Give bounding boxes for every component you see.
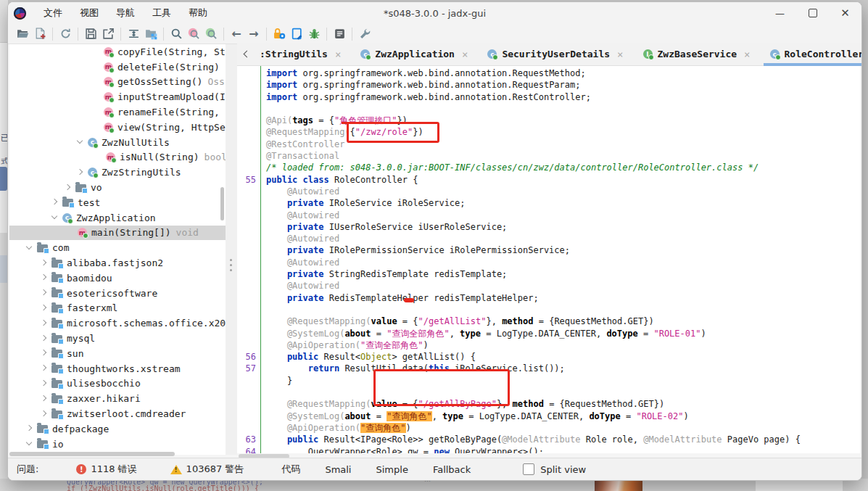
chevron-right-icon[interactable] bbox=[25, 424, 33, 433]
tab-close-icon[interactable]: × bbox=[617, 49, 623, 60]
chevron-right-icon[interactable] bbox=[63, 183, 72, 192]
tree-item-zwzstringutils[interactable]: cZwzStringUtils bbox=[9, 165, 226, 180]
split-view-toggle[interactable]: Split view bbox=[523, 463, 586, 475]
add-files-icon[interactable] bbox=[31, 26, 49, 42]
minimize-button[interactable]: — bbox=[764, 2, 796, 24]
tab-close-icon[interactable]: × bbox=[462, 49, 468, 60]
tree-item-vo[interactable]: vo bbox=[9, 180, 226, 195]
chevron-right-icon[interactable] bbox=[39, 304, 48, 313]
method-icon: m bbox=[104, 92, 113, 102]
nav-forward-icon[interactable]: → bbox=[245, 26, 263, 42]
tree-item-ulisesbocchio[interactable]: ulisesbocchio bbox=[9, 376, 226, 392]
log-viewer-icon[interactable] bbox=[331, 26, 348, 42]
close-button[interactable]: ✕ bbox=[829, 2, 861, 24]
tree-item-zaxxer-hikari[interactable]: zaxxer.hikari bbox=[9, 391, 226, 406]
tab-stringutils[interactable]: :StringUtils× bbox=[253, 43, 347, 65]
jadx-logo-icon bbox=[14, 7, 26, 20]
chevron-right-icon[interactable] bbox=[39, 395, 48, 403]
tree-item-alibaba-fastjson2[interactable]: alibaba.fastjson2 bbox=[9, 255, 226, 271]
class-search-icon[interactable] bbox=[185, 26, 202, 42]
export-icon[interactable] bbox=[99, 26, 117, 42]
tree-item-label: zaxxer.hikari bbox=[67, 393, 141, 404]
menu-view[interactable]: 视图 bbox=[73, 4, 106, 22]
tree-item-thoughtworks-xstream[interactable]: thoughtworks.xstream bbox=[9, 361, 226, 376]
package-view-icon[interactable] bbox=[142, 26, 160, 42]
chevron-right-icon[interactable] bbox=[50, 198, 59, 207]
tab-zwzapplication[interactable]: cZwzApplication× bbox=[354, 43, 474, 65]
tree-item-isnull-string-[interactable]: misNull(String)bool bbox=[9, 150, 226, 165]
text-search-icon[interactable] bbox=[168, 26, 185, 42]
code-inspect-icon[interactable] bbox=[288, 26, 305, 42]
bug-report-icon[interactable] bbox=[305, 26, 323, 42]
code-editor[interactable]: import org.springframework.web.bind.anno… bbox=[237, 66, 860, 453]
chevron-right-icon[interactable] bbox=[39, 259, 48, 268]
chevron-right-icon[interactable] bbox=[39, 410, 48, 418]
menu-navigation[interactable]: 导航 bbox=[109, 4, 142, 22]
tree-item-baomidou[interactable]: baomidou bbox=[9, 271, 226, 286]
reload-icon[interactable] bbox=[57, 26, 74, 42]
tree-item-label: defpackage bbox=[52, 424, 109, 434]
tree-item-deletefile-string-[interactable]: mdeleteFile(String) bbox=[9, 59, 226, 75]
tab-scroll-left-icon[interactable] bbox=[239, 47, 253, 62]
tree-item-view-string-httpse[interactable]: mview(String, HttpSe bbox=[9, 120, 226, 135]
view-button-fallback[interactable]: Fallback bbox=[429, 463, 475, 476]
view-button-smali[interactable]: Smali bbox=[321, 463, 355, 476]
method-icon: m bbox=[104, 47, 113, 57]
nav-back-icon[interactable]: ← bbox=[228, 26, 245, 42]
tree-item-main-string-[interactable]: mmain(String[])void bbox=[9, 226, 226, 241]
tree-item-com[interactable]: com bbox=[9, 240, 226, 255]
open-file-icon[interactable] bbox=[14, 26, 31, 42]
usage-search-icon[interactable] bbox=[202, 26, 220, 42]
tree-item-copyfile-string-st[interactable]: mcopyFile(String, St bbox=[9, 44, 226, 59]
tree-item-defpackage[interactable]: defpackage bbox=[9, 421, 226, 437]
tab-rolecontroller[interactable]: cRoleController× bbox=[764, 43, 862, 65]
chevron-right-icon[interactable] bbox=[39, 379, 48, 388]
iface-icon: I bbox=[643, 49, 653, 59]
chevron-down-icon[interactable] bbox=[25, 440, 33, 448]
tree-item-microsoft-schemas-office-x20[interactable]: microsoft.schemas.office.x20 bbox=[9, 315, 226, 331]
tree-item-zwzapplication[interactable]: cZwzApplication bbox=[9, 210, 226, 226]
tree-horizontal-scrollbar[interactable] bbox=[9, 452, 175, 456]
maximize-button[interactable] bbox=[796, 2, 829, 24]
tree-item-esotericsoftware[interactable]: esotericsoftware bbox=[9, 286, 226, 301]
tree-item-test[interactable]: test bbox=[9, 195, 226, 210]
tree-item-zwitserloot-cmdreader[interactable]: zwitserloot.cmdreader bbox=[9, 406, 226, 421]
tab-close-icon[interactable]: × bbox=[335, 49, 341, 60]
tree-item-inputstreamupload-i[interactable]: minputStreamUpload(I bbox=[9, 89, 226, 104]
tree-item-zwznullutils[interactable]: cZwzNullUtils bbox=[9, 135, 226, 150]
warnings-indicator[interactable]: 103687 警告 bbox=[170, 463, 244, 476]
chevron-right-icon[interactable] bbox=[39, 319, 48, 328]
panel-splitter[interactable] bbox=[226, 44, 237, 455]
tree-item-renamefile-string-[interactable]: mrenameFile(String, bbox=[9, 104, 226, 120]
split-view-checkbox[interactable] bbox=[523, 463, 534, 475]
chevron-right-icon[interactable] bbox=[39, 273, 48, 282]
tab-zwzbaseservice[interactable]: IZwzBaseService× bbox=[637, 43, 757, 65]
preferences-icon[interactable] bbox=[356, 26, 373, 42]
menu-tools[interactable]: 工具 bbox=[145, 4, 178, 22]
chevron-down-icon[interactable] bbox=[25, 244, 33, 252]
package-tree[interactable]: mcopyFile(String, StmdeleteFile(String)m… bbox=[9, 44, 226, 455]
chevron-right-icon[interactable] bbox=[39, 289, 48, 297]
menu-help[interactable]: 帮助 bbox=[181, 4, 215, 22]
tree-item-sun[interactable]: sun bbox=[9, 346, 226, 361]
chevron-right-icon[interactable] bbox=[39, 364, 48, 373]
save-all-icon[interactable] bbox=[82, 26, 99, 42]
tab-close-icon[interactable]: × bbox=[744, 49, 750, 60]
menu-file[interactable]: 文件 bbox=[36, 4, 70, 22]
deobfuscation-icon[interactable] bbox=[270, 26, 288, 42]
chevron-down-icon[interactable] bbox=[75, 138, 84, 147]
chevron-right-icon[interactable] bbox=[75, 168, 84, 177]
tree-vertical-scrollbar[interactable] bbox=[220, 187, 224, 220]
chevron-right-icon[interactable] bbox=[39, 349, 48, 358]
view-button-code[interactable]: 代码 bbox=[277, 461, 305, 477]
chevron-right-icon[interactable] bbox=[39, 334, 48, 343]
chevron-down-icon[interactable] bbox=[50, 213, 59, 222]
tree-item-getosssetting-[interactable]: mgetOssSetting()Oss bbox=[9, 75, 226, 90]
tree-item-fasterxml[interactable]: fasterxml bbox=[9, 301, 226, 316]
view-button-simple[interactable]: Simple bbox=[371, 463, 412, 476]
tab-securityuserdetails[interactable]: cSecurityUserDetails× bbox=[481, 43, 629, 65]
errors-indicator[interactable]: ! 1118 错误 bbox=[76, 463, 136, 476]
tree-item-mysql[interactable]: mysql bbox=[9, 331, 226, 346]
flatten-packages-icon[interactable] bbox=[125, 26, 142, 42]
tree-item-io[interactable]: io bbox=[9, 437, 226, 452]
